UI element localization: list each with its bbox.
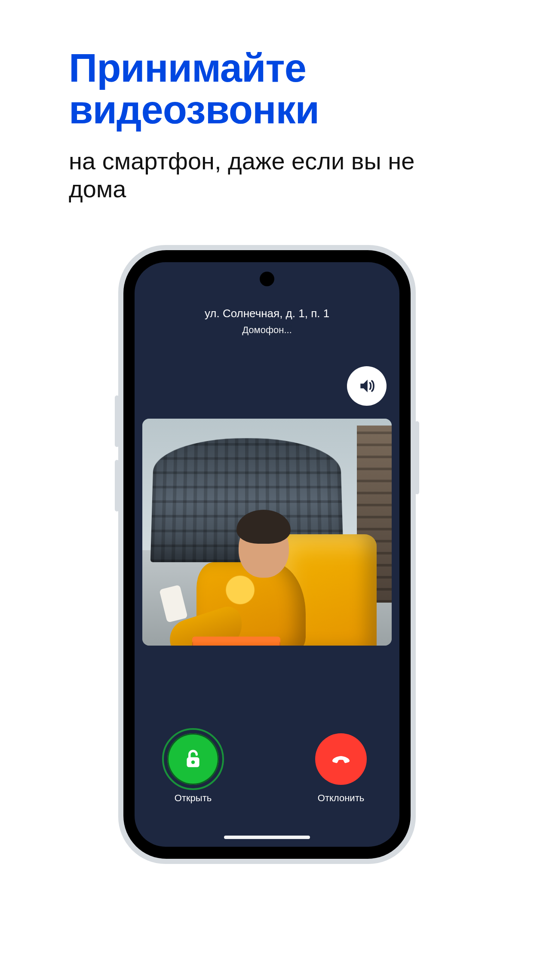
video-courier	[167, 500, 377, 646]
pulse-ring	[162, 728, 224, 790]
speaker-button[interactable]	[347, 366, 387, 406]
phone-mockup: ул. Солнечная, д. 1, п. 1 Домофон...	[118, 245, 416, 864]
call-header: ул. Солнечная, д. 1, п. 1 Домофон...	[135, 307, 399, 336]
promo-page: Принимайте видеозвонки на смартфон, даже…	[0, 0, 534, 980]
pizza-box	[192, 641, 280, 646]
call-status: Домофон...	[135, 325, 399, 336]
camera-hole	[260, 272, 274, 286]
headline-block: Принимайте видеозвонки на смартфон, даже…	[69, 47, 464, 203]
intercom-video-preview[interactable]	[142, 419, 392, 646]
open-door-button[interactable]	[167, 733, 219, 785]
headline-subtitle: на смартфон, даже если вы не дома	[69, 147, 464, 203]
open-door-action: Открыть	[159, 733, 227, 804]
decline-button[interactable]	[315, 733, 367, 785]
speaker-icon	[357, 377, 376, 395]
open-door-label: Открыть	[175, 793, 212, 804]
hangup-icon	[329, 747, 353, 771]
call-actions: Открыть Отклонить	[135, 733, 399, 804]
phone-screen: ул. Солнечная, д. 1, п. 1 Домофон...	[135, 262, 399, 847]
home-indicator[interactable]	[224, 836, 310, 839]
decline-label: Отклонить	[318, 793, 364, 804]
decline-action: Отклонить	[307, 733, 375, 804]
headline-title: Принимайте видеозвонки	[69, 47, 464, 130]
courier-beanie	[236, 510, 291, 544]
call-address: ул. Солнечная, д. 1, п. 1	[135, 307, 399, 320]
